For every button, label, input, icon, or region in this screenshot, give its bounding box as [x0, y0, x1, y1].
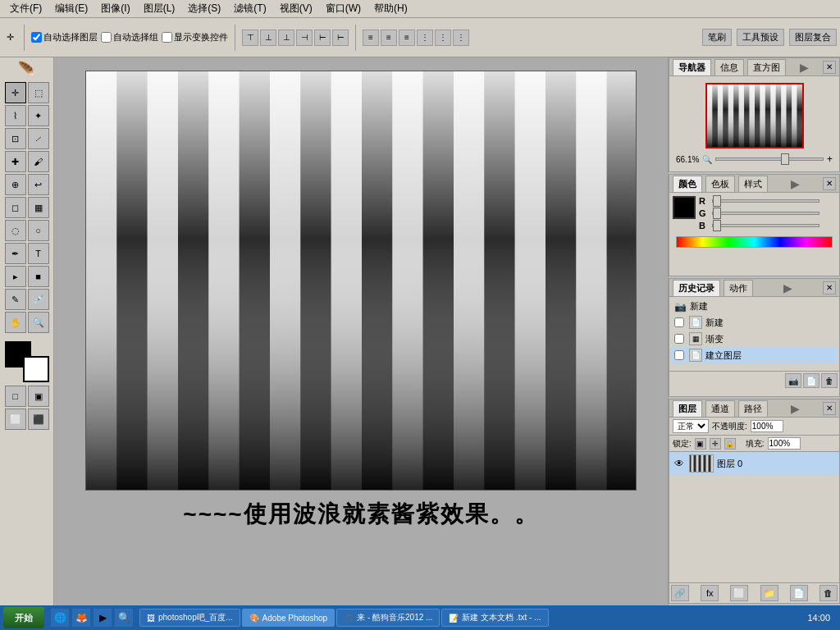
align-middle[interactable]: ⊥ — [260, 30, 276, 46]
taskbar-item-3[interactable]: 📝 新建 文本文档 .txt - ... — [441, 609, 548, 627]
navigator-tab[interactable]: 导航器 — [673, 59, 711, 75]
color-tab[interactable]: 颜色 — [673, 176, 702, 192]
zoom-out-icon[interactable]: 🔍 — [702, 155, 712, 164]
media-icon[interactable]: ▶ — [94, 609, 112, 627]
history-check-2[interactable] — [674, 334, 684, 344]
layer-eye-0[interactable]: 👁 — [673, 457, 686, 470]
distribute-bottom[interactable]: ≡ — [399, 30, 415, 46]
history-options[interactable]: ▶ — [783, 281, 792, 294]
menu-layer[interactable]: 图层(L) — [137, 0, 182, 17]
menu-select[interactable]: 选择(S) — [181, 0, 227, 17]
history-snapshot-btn[interactable]: 📷 — [785, 373, 801, 388]
screen-mode-full[interactable]: ⬛ — [28, 409, 49, 430]
eraser-tool[interactable]: ◻ — [5, 197, 26, 218]
channels-tab[interactable]: 通道 — [705, 400, 735, 417]
history-item-3[interactable]: 📄 建立图层 — [671, 347, 838, 363]
history-item-1[interactable]: 📄 新建 — [671, 314, 838, 331]
opacity-input[interactable] — [751, 420, 783, 432]
lasso-tool[interactable]: ⌇ — [5, 105, 26, 126]
actions-tab[interactable]: 动作 — [724, 280, 753, 296]
search-icon[interactable]: 🔍 — [115, 609, 133, 627]
align-center[interactable]: ⊢ — [314, 30, 331, 46]
lock-all[interactable]: 🔒 — [724, 438, 736, 450]
color-swatches[interactable] — [5, 341, 49, 382]
layers-tab[interactable]: 图层 — [673, 400, 702, 417]
start-button[interactable]: 开始 — [3, 607, 44, 628]
align-bottom[interactable]: ⊥ — [278, 30, 294, 46]
quick-mask[interactable]: ▣ — [28, 386, 49, 407]
show-transform-checkbox[interactable]: 显示变换控件 — [162, 31, 228, 43]
selection-tool[interactable]: ⬚ — [28, 82, 49, 103]
menu-filter[interactable]: 滤镜(T) — [227, 0, 272, 17]
screen-mode-std[interactable]: ⬜ — [5, 409, 26, 430]
history-item-2[interactable]: ▦ 渐变 — [671, 331, 838, 347]
history-check-3[interactable] — [674, 350, 684, 360]
normal-mode[interactable]: □ — [5, 386, 26, 407]
navigator-options[interactable]: ▶ — [800, 61, 809, 74]
menu-window[interactable]: 窗口(W) — [319, 0, 368, 17]
history-delete-btn[interactable]: 🗑 — [821, 373, 838, 388]
history-item-0[interactable]: 📷 新建 — [671, 299, 838, 314]
red-slider[interactable] — [712, 199, 819, 203]
color-fg-swatch[interactable] — [673, 196, 696, 219]
hand-tool[interactable]: ✋ — [5, 312, 26, 333]
brush-tool[interactable]: 🖌 — [28, 151, 49, 172]
lock-pixels[interactable]: ▣ — [695, 438, 706, 450]
layers-close[interactable]: ✕ — [823, 402, 836, 415]
color-options[interactable]: ▶ — [791, 177, 800, 190]
taskbar-item-1[interactable]: 🎨 Adobe Photoshop — [242, 609, 336, 627]
taskbar-item-2[interactable]: 🎵 来 - 酷狗音乐2012 ... — [336, 609, 440, 627]
distribute-left[interactable]: ⋮ — [417, 30, 433, 46]
blue-slider[interactable] — [712, 224, 819, 227]
layer-style-btn[interactable]: fx — [701, 585, 719, 601]
layers-options[interactable]: ▶ — [791, 402, 800, 415]
zoom-slider[interactable] — [715, 158, 824, 161]
align-top[interactable]: ⊤ — [242, 30, 258, 46]
move-tool[interactable]: ✛ — [5, 82, 26, 103]
menu-edit[interactable]: 编辑(E) — [48, 0, 94, 17]
navigator-close[interactable]: ✕ — [823, 61, 836, 74]
magic-wand-tool[interactable]: ✦ — [28, 105, 49, 126]
layer-comp-tab[interactable]: 图层复合 — [789, 29, 837, 46]
delete-layer-btn[interactable]: 🗑 — [819, 585, 838, 601]
healing-tool[interactable]: ✚ — [5, 151, 26, 172]
align-right[interactable]: ⊢ — [332, 30, 349, 46]
taskbar-item-0[interactable]: 🖼 photoshop吧_百度... — [139, 609, 240, 627]
background-color[interactable] — [23, 356, 49, 382]
fill-input[interactable] — [768, 437, 801, 450]
shape-tool[interactable]: ■ — [28, 266, 49, 287]
info-tab[interactable]: 信息 — [714, 59, 744, 75]
menu-image[interactable]: 图像(I) — [94, 0, 136, 17]
brush-tab[interactable]: 笔刷 — [702, 29, 732, 46]
layer-row-0[interactable]: 👁 图层 0 — [669, 452, 839, 475]
gradient-tool[interactable]: ▦ — [28, 197, 49, 218]
link-layers-btn[interactable]: 🔗 — [671, 585, 689, 601]
history-close[interactable]: ✕ — [823, 281, 836, 294]
paths-tab[interactable]: 路径 — [738, 400, 768, 417]
blur-tool[interactable]: ◌ — [5, 220, 26, 241]
swatches-tab[interactable]: 色板 — [705, 176, 735, 192]
distribute-center[interactable]: ⋮ — [435, 30, 451, 46]
eyedropper-tool[interactable]: 💉 — [28, 289, 49, 310]
align-left[interactable]: ⊣ — [296, 30, 313, 46]
green-slider[interactable] — [712, 212, 819, 215]
history-check-1[interactable] — [674, 317, 684, 327]
text-tool[interactable]: T — [28, 243, 49, 264]
blend-mode-select[interactable]: 正常 — [673, 419, 709, 433]
new-layer-btn[interactable]: 📄 — [790, 585, 808, 601]
new-group-btn[interactable]: 📁 — [760, 585, 778, 601]
menu-file[interactable]: 文件(F) — [3, 0, 48, 17]
style-tab[interactable]: 样式 — [738, 176, 768, 192]
notes-tool[interactable]: ✎ — [5, 289, 26, 310]
distribute-right[interactable]: ⋮ — [453, 30, 469, 46]
auto-select-group-checkbox[interactable]: 自动选择组 — [101, 31, 158, 43]
distribute-middle[interactable]: ≡ — [381, 30, 397, 46]
pen-tool[interactable]: ✒ — [5, 243, 26, 264]
distribute-top[interactable]: ≡ — [363, 30, 379, 46]
zoom-in-icon[interactable]: + — [827, 153, 833, 165]
move-tool-options[interactable]: ✛ — [3, 30, 17, 44]
add-mask-btn[interactable]: ⬜ — [730, 585, 748, 601]
ie-icon[interactable]: 🌐 — [51, 609, 69, 627]
auto-select-layer-checkbox[interactable]: 自动选择图层 — [31, 31, 98, 43]
history-new-doc-btn[interactable]: 📄 — [803, 373, 819, 388]
